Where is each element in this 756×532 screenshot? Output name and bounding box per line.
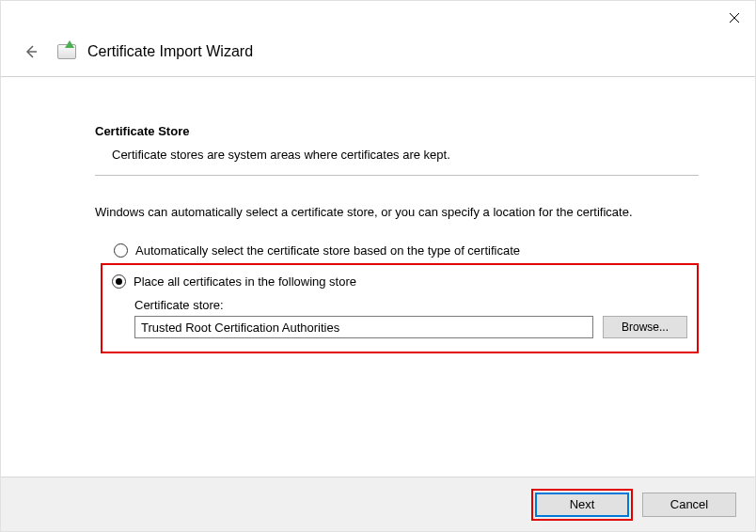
separator: [95, 175, 699, 176]
radio-manual-label: Place all certificates in the following …: [134, 274, 356, 289]
certificate-store-input[interactable]: [134, 316, 593, 338]
store-field-label: Certificate store:: [134, 298, 687, 312]
browse-button[interactable]: Browse...: [603, 316, 687, 338]
close-button[interactable]: [725, 8, 744, 27]
section-title: Certificate Store: [95, 124, 699, 138]
store-selection-group: Automatically select the certificate sto…: [114, 243, 699, 353]
store-field-row: Browse...: [134, 316, 687, 338]
radio-auto[interactable]: [114, 243, 128, 258]
wizard-title: Certificate Import Wizard: [87, 43, 253, 60]
back-arrow-icon: [23, 43, 39, 60]
selected-highlight: Place all certificates in the following …: [101, 263, 699, 353]
next-highlight: Next: [531, 489, 633, 521]
section-description: Certificate stores are system areas wher…: [112, 148, 699, 162]
back-button[interactable]: [20, 40, 42, 63]
instruction-text: Windows can automatically select a certi…: [95, 204, 699, 221]
radio-auto-label: Automatically select the certificate sto…: [135, 243, 520, 258]
next-button[interactable]: Next: [535, 493, 629, 517]
cancel-button[interactable]: Cancel: [642, 493, 736, 517]
wizard-content: Certificate Store Certificate stores are…: [1, 77, 755, 353]
close-icon: [729, 12, 740, 23]
wizard-header: Certificate Import Wizard: [1, 35, 755, 77]
radio-manual[interactable]: [112, 274, 126, 289]
wizard-footer: Next Cancel: [1, 477, 755, 531]
radio-manual-row[interactable]: Place all certificates in the following …: [112, 274, 687, 289]
title-bar: [1, 1, 755, 35]
certificate-wizard-icon: [55, 40, 78, 63]
radio-auto-row[interactable]: Automatically select the certificate sto…: [114, 243, 699, 258]
